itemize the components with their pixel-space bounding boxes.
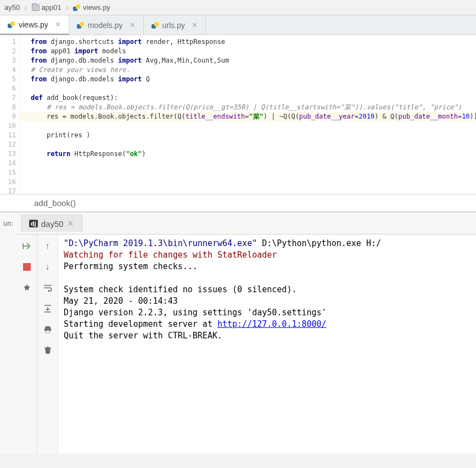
run-label: un: [0,213,16,454]
console-output[interactable]: "D:\PyCharm 2019.1.3\bin\runnerw64.exe" … [58,235,476,454]
tab-label: views.py [19,20,48,29]
python-file-icon [73,4,81,12]
tab-models[interactable]: models.py ✕ [69,15,144,35]
structure-breadcrumb[interactable]: add_book() [0,194,476,212]
python-file-icon [152,21,159,29]
arrow-up-icon[interactable]: ↑ [42,240,54,252]
chevron-right-icon: › [24,3,27,13]
svg-rect-0 [45,326,50,328]
python-file-icon [77,21,85,29]
run-toolbar-right: ↑ ↓ [37,235,58,454]
code-editor[interactable]: 1234567891011121314151617181920 from dja… [0,35,476,194]
run-toolbar-left [16,235,37,454]
run-tab-label: day50 [41,219,64,229]
print-icon[interactable] [42,324,54,336]
editor-tabs: views.py ✕ models.py ✕ urls.py ✕ [0,15,476,35]
soft-wrap-icon[interactable] [42,282,54,294]
folder-icon [32,4,40,11]
breadcrumb-item[interactable]: views.py [71,2,113,13]
tab-views[interactable]: views.py ✕ [0,15,69,35]
stop-icon[interactable] [21,261,33,273]
tab-label: models.py [88,21,123,30]
tab-label: urls.py [163,21,185,30]
line-gutter: 1234567891011121314151617181920 [0,35,20,194]
arrow-down-icon[interactable]: ↓ [42,261,54,273]
close-icon[interactable]: ✕ [67,219,74,229]
trash-icon[interactable] [42,344,54,356]
pin-icon[interactable] [21,282,33,294]
tab-urls[interactable]: urls.py ✕ [144,15,206,35]
chevron-right-icon: › [66,3,69,13]
close-icon[interactable]: ✕ [55,20,61,29]
run-panel: un: dj day50 ✕ ↑ ↓ [0,212,476,454]
run-tab-day50[interactable]: dj day50 ✕ [21,215,82,232]
scroll-to-end-icon[interactable] [42,303,54,315]
breadcrumb-item[interactable]: app01 [30,2,64,13]
server-url-link[interactable]: http://127.0.0.1:8000/ [217,319,327,329]
python-file-icon [8,21,15,29]
rerun-icon[interactable] [21,240,33,252]
function-crumb[interactable]: add_book() [34,198,76,208]
close-icon[interactable]: ✕ [192,21,198,29]
svg-rect-2 [46,330,49,333]
code-area[interactable]: from django.shortcuts import render, Htt… [20,35,476,194]
django-icon: dj [29,220,38,227]
breadcrumb-bar: ay50 › app01 › views.py [0,0,476,15]
run-tabs: dj day50 ✕ [16,213,476,235]
breadcrumb-item[interactable]: ay50 [2,2,22,13]
close-icon[interactable]: ✕ [130,21,136,29]
